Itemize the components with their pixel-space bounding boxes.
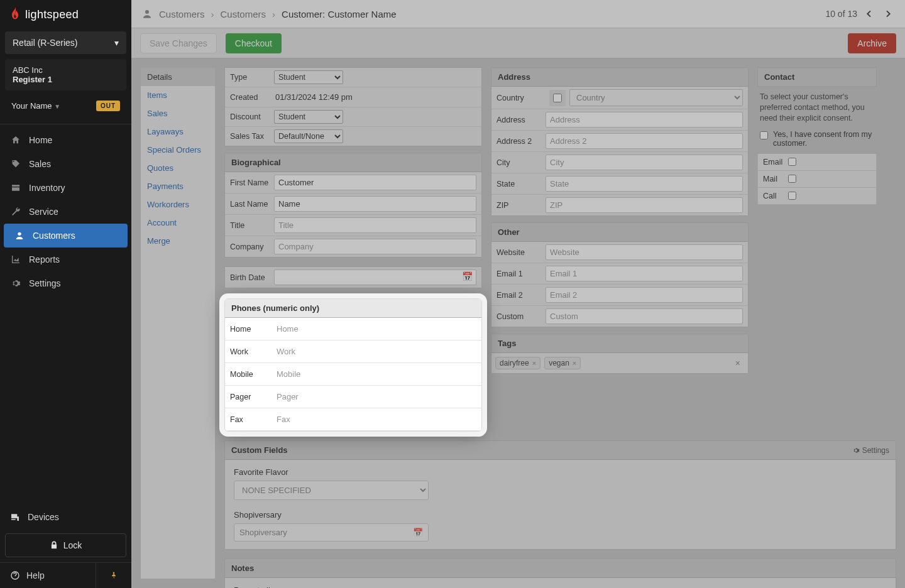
- lock-label: Lock: [63, 540, 82, 550]
- custom-input[interactable]: [546, 308, 743, 324]
- nav-label: Customers: [33, 231, 75, 241]
- contact-email-checkbox[interactable]: [788, 158, 796, 166]
- first-name-input[interactable]: [274, 175, 476, 190]
- breadcrumb-link[interactable]: Customers: [159, 9, 205, 19]
- phones-header: Phones (numeric only): [225, 299, 481, 318]
- contact-call-checkbox[interactable]: [788, 192, 796, 200]
- shopiversary-input[interactable]: Shopiversary📅: [234, 523, 429, 542]
- save-button[interactable]: Save Changes: [140, 33, 217, 53]
- location-block[interactable]: ABC Inc Register 1: [5, 59, 126, 90]
- other-panel: Other Website Email 1 Email 2 Custom: [491, 222, 749, 327]
- lock-button[interactable]: Lock: [5, 533, 126, 557]
- phones-highlight: Phones (numeric only) Home Work Mobile P…: [224, 298, 482, 432]
- flame-icon: [9, 6, 21, 23]
- tag: dairyfree×: [495, 357, 540, 369]
- address-panel: Address Country Country Address Address …: [491, 67, 749, 216]
- tab-layaways[interactable]: Layaways: [141, 122, 215, 141]
- email1-input[interactable]: [546, 266, 743, 281]
- gear-icon: [10, 278, 21, 289]
- custom-fields-settings[interactable]: Settings: [852, 446, 889, 455]
- breadcrumb-current: Customer: Customer Name: [282, 9, 397, 19]
- help-button[interactable]: Help: [0, 563, 96, 588]
- title-input[interactable]: [274, 217, 476, 233]
- shopiversary-field: Shopiversary Shopiversary📅: [234, 510, 887, 542]
- birthdate-input[interactable]: [274, 270, 476, 285]
- zip-label: ZIP: [491, 197, 546, 214]
- consent-checkbox[interactable]: [760, 131, 768, 139]
- discount-select[interactable]: Student: [274, 110, 343, 124]
- contact-mail-row: Mail: [757, 171, 877, 188]
- archive-button[interactable]: Archive: [848, 33, 896, 53]
- phone-home-input[interactable]: [274, 320, 476, 337]
- country-select[interactable]: Country: [569, 89, 743, 106]
- last-name-input[interactable]: [274, 196, 476, 212]
- tab-workorders[interactable]: Workorders: [141, 195, 215, 214]
- favorite-flavor-select[interactable]: NONE SPECIFIED: [234, 481, 429, 500]
- contact-email-label: Email: [763, 158, 788, 166]
- tab-quotes[interactable]: Quotes: [141, 159, 215, 177]
- nav-settings[interactable]: Settings: [0, 271, 131, 295]
- nav-service[interactable]: Service: [0, 200, 131, 224]
- nav-label: Reports: [29, 254, 60, 264]
- notes-body[interactable]: Peanut allergy: [225, 578, 896, 588]
- product-selector[interactable]: Retail (R-Series) ▾: [5, 31, 126, 54]
- tab-special-orders[interactable]: Special Orders: [141, 141, 215, 159]
- prev-button[interactable]: [862, 7, 876, 21]
- email2-input[interactable]: [546, 287, 743, 303]
- pin-button[interactable]: [96, 563, 131, 588]
- breadcrumb-link[interactable]: Customers: [221, 9, 266, 19]
- address2-input[interactable]: [546, 133, 743, 149]
- tag-remove[interactable]: ×: [573, 359, 576, 367]
- tab-merge[interactable]: Merge: [141, 232, 215, 250]
- next-button[interactable]: [881, 7, 895, 21]
- tab-account[interactable]: Account: [141, 214, 215, 232]
- nav-devices[interactable]: Devices: [0, 506, 131, 528]
- phone-work-input[interactable]: [274, 343, 476, 360]
- city-label: City: [491, 155, 546, 171]
- bio-header: Biographical: [225, 153, 481, 172]
- user-block[interactable]: Your Name ▼ OUT: [5, 95, 126, 116]
- state-label: State: [491, 176, 546, 192]
- tab-payments[interactable]: Payments: [141, 177, 215, 195]
- help-label: Help: [26, 570, 45, 580]
- created-value: 01/31/2024 12:49 pm: [274, 90, 476, 104]
- website-input[interactable]: [546, 244, 743, 260]
- nav-home[interactable]: Home: [0, 128, 131, 152]
- type-select[interactable]: Student: [274, 70, 343, 84]
- chevron-down-icon: ▾: [114, 38, 119, 48]
- company-input[interactable]: [274, 239, 476, 254]
- state-input[interactable]: [546, 176, 743, 192]
- tab-sales[interactable]: Sales: [141, 104, 215, 122]
- checkout-button[interactable]: Checkout: [226, 33, 282, 53]
- nav: Home Sales Inventory Service Customers R…: [0, 124, 131, 295]
- nav-reports[interactable]: Reports: [0, 248, 131, 271]
- nav-label: Home: [29, 135, 52, 145]
- salestax-select[interactable]: Default/None: [274, 129, 343, 143]
- city-input[interactable]: [546, 155, 743, 170]
- tag-text: dairyfree: [500, 359, 529, 368]
- nav-inventory[interactable]: Inventory: [0, 176, 131, 200]
- out-badge[interactable]: OUT: [96, 101, 120, 111]
- address-input[interactable]: [546, 112, 743, 128]
- custom-fields-panel: Custom FieldsSettings Favorite Flavor NO…: [224, 440, 896, 550]
- tab-details[interactable]: Details: [141, 68, 215, 86]
- chevron-right-icon: ›: [272, 9, 275, 19]
- pager: 10 of 13: [825, 7, 895, 21]
- country-checkbox[interactable]: [553, 94, 562, 102]
- contact-call-label: Call: [763, 192, 788, 200]
- nav-customers[interactable]: Customers: [4, 224, 128, 248]
- tag-remove[interactable]: ×: [532, 359, 536, 367]
- tab-items[interactable]: Items: [141, 86, 215, 104]
- phone-mobile-input[interactable]: [274, 366, 476, 383]
- custom-label: Custom: [491, 308, 546, 325]
- calendar-icon[interactable]: 📅: [462, 271, 473, 281]
- phone-fax-input[interactable]: [274, 411, 476, 428]
- svg-point-2: [145, 10, 149, 14]
- tags-panel: Tags dairyfree× vegan× ×: [491, 334, 749, 374]
- phone-pager-input[interactable]: [274, 388, 476, 405]
- nav-sales[interactable]: Sales: [0, 152, 131, 176]
- pin-icon: [109, 570, 118, 580]
- zip-input[interactable]: [546, 197, 743, 213]
- contact-mail-checkbox[interactable]: [788, 175, 796, 183]
- tags-clear[interactable]: ×: [732, 358, 744, 368]
